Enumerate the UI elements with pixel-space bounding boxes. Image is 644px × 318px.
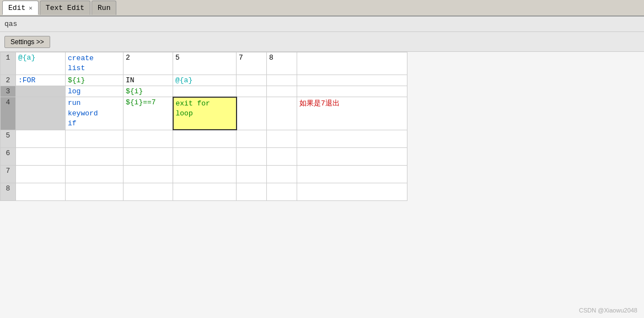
row-num-4: 4 [1,97,16,130]
cell-3-f[interactable] [267,86,297,97]
cell-5-g[interactable] [297,130,407,147]
cell-8-d[interactable] [173,183,237,200]
cell-6-b[interactable] [66,147,124,165]
cell-2-f[interactable] [267,75,297,86]
cell-3-c[interactable]: ${i} [124,86,173,97]
project-name: qas [4,20,17,28]
table-row: 8 [1,183,407,200]
cell-2-c[interactable]: IN [124,75,173,86]
cell-6-e[interactable] [237,147,267,165]
cell-5-d[interactable] [173,130,237,147]
settings-bar: Settings >> [0,32,644,52]
tab-textedit[interactable]: Text Edit [40,1,90,15]
cell-4-d[interactable]: exit forloop [173,97,237,130]
cell-3-e[interactable] [237,86,267,97]
cell-3-g[interactable] [297,86,407,97]
cell-2-b[interactable]: ${i} [66,75,124,86]
tab-edit-label: Edit [8,4,25,12]
table-row: 5 [1,130,407,147]
cell-7-f[interactable] [267,165,297,183]
cell-4-f[interactable] [267,97,297,130]
cell-7-c[interactable] [124,165,173,183]
cell-8-f[interactable] [267,183,297,200]
cell-5-e[interactable] [237,130,267,147]
cell-2-a[interactable]: :FOR [16,75,66,86]
tab-run[interactable]: Run [92,1,116,15]
table-row: 4 runkeywordif ${i}==7 exit forloop 如果是7… [1,97,407,130]
grid-table: 1 @{a} createlist 2 5 7 8 2 :FOR ${i} IN… [0,52,407,201]
cell-7-g[interactable] [297,165,407,183]
row-num-5: 5 [1,130,16,147]
tab-edit[interactable]: Edit ✕ [2,1,39,15]
cell-6-f[interactable] [267,147,297,165]
cell-8-c[interactable] [124,183,173,200]
cell-8-a[interactable] [16,183,66,200]
tab-bar: Edit ✕ Text Edit Run [0,0,644,17]
cell-5-b[interactable] [66,130,124,147]
cell-1-e[interactable]: 7 [237,52,267,75]
cell-1-a[interactable]: @{a} [16,52,66,75]
cell-3-a[interactable] [16,86,66,97]
cell-8-b[interactable] [66,183,124,200]
cell-4-b[interactable]: runkeywordif [66,97,124,130]
table-row: 3 log ${i} [1,86,407,97]
cell-4-a[interactable] [16,97,66,130]
tab-run-label: Run [98,4,110,12]
cell-7-e[interactable] [237,165,267,183]
cell-1-f[interactable]: 8 [267,52,297,75]
table-row: 7 [1,165,407,183]
toolbar: qas [0,17,644,32]
watermark: CSDN @Xiaowu2048 [579,307,637,314]
table-row: 2 :FOR ${i} IN @{a} [1,75,407,86]
table-row: 6 [1,147,407,165]
row-num-8: 8 [1,183,16,200]
cell-1-c[interactable]: 2 [124,52,173,75]
cell-8-g[interactable] [297,183,407,200]
cell-7-a[interactable] [16,165,66,183]
cell-2-g[interactable] [297,75,407,86]
cell-6-d[interactable] [173,147,237,165]
cell-4-e[interactable] [237,97,267,130]
cell-4-g[interactable]: 如果是7退出 [297,97,407,130]
cell-5-f[interactable] [267,130,297,147]
cell-2-d[interactable]: @{a} [173,75,237,86]
cell-2-e[interactable] [237,75,267,86]
row-num-3: 3 [1,86,16,97]
cell-3-b[interactable]: log [66,86,124,97]
cell-6-c[interactable] [124,147,173,165]
cell-5-c[interactable] [124,130,173,147]
cell-1-d[interactable]: 5 [173,52,237,75]
cell-7-d[interactable] [173,165,237,183]
tab-edit-close[interactable]: ✕ [29,4,33,12]
cell-1-g[interactable] [297,52,407,75]
table-row: 1 @{a} createlist 2 5 7 8 [1,52,407,75]
row-num-1: 1 [1,52,16,75]
main-content: 1 @{a} createlist 2 5 7 8 2 :FOR ${i} IN… [0,52,644,318]
cell-3-d[interactable] [173,86,237,97]
row-num-7: 7 [1,165,16,183]
settings-button[interactable]: Settings >> [4,36,50,48]
cell-6-a[interactable] [16,147,66,165]
row-num-2: 2 [1,75,16,86]
tab-textedit-label: Text Edit [46,4,84,12]
cell-6-g[interactable] [297,147,407,165]
row-num-6: 6 [1,147,16,165]
cell-5-a[interactable] [16,130,66,147]
cell-1-b[interactable]: createlist [66,52,124,75]
cell-8-e[interactable] [237,183,267,200]
cell-4-c[interactable]: ${i}==7 [124,97,173,130]
cell-7-b[interactable] [66,165,124,183]
